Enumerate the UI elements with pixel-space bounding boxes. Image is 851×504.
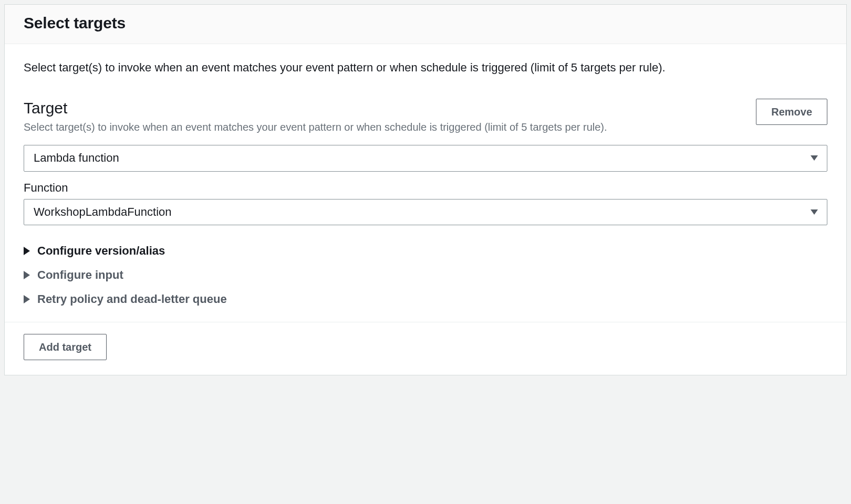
target-block: Target Select target(s) to invoke when a…	[24, 99, 827, 311]
triangle-right-icon	[24, 271, 30, 279]
expander-label: Retry policy and dead-letter queue	[37, 292, 227, 306]
target-type-field: Lambda function	[24, 145, 827, 172]
panel-header: Select targets	[5, 5, 846, 44]
function-label: Function	[24, 181, 827, 195]
add-target-button[interactable]: Add target	[24, 334, 107, 360]
expanders-group: Configure version/alias Configure input …	[24, 239, 827, 311]
panel-title: Select targets	[24, 14, 827, 32]
function-select[interactable]: WorkshopLambdaFunction	[24, 199, 827, 226]
triangle-right-icon	[24, 295, 30, 303]
expander-label: Configure version/alias	[37, 244, 165, 258]
target-header-text: Target Select target(s) to invoke when a…	[24, 99, 628, 135]
triangle-right-icon	[24, 247, 30, 255]
select-targets-panel: Select targets Select target(s) to invok…	[4, 4, 847, 375]
target-type-select[interactable]: Lambda function	[24, 145, 827, 172]
expander-configure-input[interactable]: Configure input	[24, 263, 827, 287]
target-type-select-value: Lambda function	[24, 145, 827, 172]
add-target-row: Add target	[24, 334, 827, 364]
panel-body: Select target(s) to invoke when an event…	[5, 44, 846, 375]
expander-configure-version-alias[interactable]: Configure version/alias	[24, 239, 827, 263]
target-title: Target	[24, 99, 628, 118]
target-description: Select target(s) to invoke when an event…	[24, 119, 628, 135]
expander-label: Configure input	[37, 268, 123, 282]
page-root: Select targets Select target(s) to invok…	[0, 0, 851, 380]
remove-button[interactable]: Remove	[756, 99, 827, 125]
target-header-row: Target Select target(s) to invoke when a…	[24, 99, 827, 135]
expander-retry-policy-dlq[interactable]: Retry policy and dead-letter queue	[24, 287, 827, 311]
intro-text: Select target(s) to invoke when an event…	[24, 59, 827, 77]
function-select-value: WorkshopLambdaFunction	[24, 199, 827, 226]
function-field: Function WorkshopLambdaFunction	[24, 181, 827, 226]
divider	[5, 322, 846, 322]
